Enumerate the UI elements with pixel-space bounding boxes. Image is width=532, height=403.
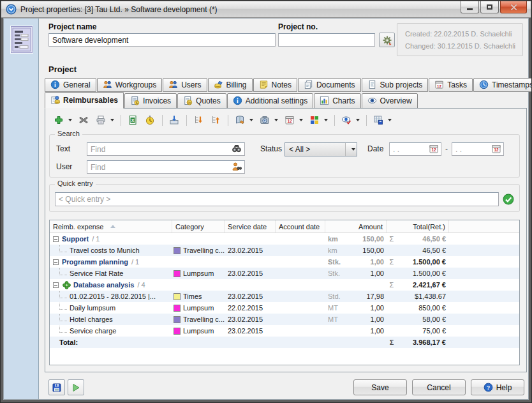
tab-workgroups[interactable]: Workgroups <box>97 78 162 92</box>
total-cell: 1.500,00 € <box>397 268 449 279</box>
tab-general[interactable]: General <box>45 78 96 92</box>
tab-invoices[interactable]: $Invoices <box>124 93 177 109</box>
column-header-service-date[interactable]: Service date <box>225 220 276 232</box>
add-button[interactable] <box>50 112 75 128</box>
user-search-icon[interactable] <box>232 162 242 172</box>
tab-quotes[interactable]: %Quotes <box>177 93 226 109</box>
total-value: 850,00 € <box>418 304 446 312</box>
tab-charts[interactable]: Charts <box>314 93 360 109</box>
tab-users[interactable]: Users <box>163 78 207 92</box>
archive-button[interactable] <box>232 112 256 128</box>
tab-timestamps[interactable]: Timestamps <box>473 78 532 92</box>
tab-notes[interactable]: Notes <box>253 78 297 92</box>
maximize-button[interactable] <box>480 1 499 13</box>
status-select[interactable]: < All > <box>284 142 357 156</box>
chevron-down-icon <box>356 119 360 121</box>
table-row[interactable]: Programm planning/ 1Stk.1,00Σ1.500,00 € <box>50 256 519 268</box>
table-row[interactable]: Service Flat RateLumpsum23.02.2015Stk.1,… <box>50 268 519 279</box>
svg-text:X: X <box>131 118 135 122</box>
text-search-input[interactable] <box>87 142 245 156</box>
expense-cell: Total: <box>50 337 172 348</box>
tab-reimbursables[interactable]: Reimbursables <box>45 92 124 109</box>
project-name-input[interactable] <box>48 33 276 47</box>
delete-button[interactable] <box>75 112 92 128</box>
table-row[interactable]: 01.02.2015 - 28.02.2015 |...Times23.02.2… <box>50 291 519 302</box>
page-icon <box>367 80 378 90</box>
total-value: 46,50 € <box>422 247 446 254</box>
collapse-expander[interactable] <box>53 282 59 288</box>
service-date-cell <box>225 233 276 245</box>
column-header-amount[interactable]: Amount <box>325 220 387 232</box>
collapse-all-button[interactable] <box>207 112 225 128</box>
unit-cell <box>325 337 346 348</box>
service-date-cell <box>225 279 276 291</box>
category-cell <box>172 233 225 245</box>
tab-documents[interactable]: Documents <box>298 78 361 92</box>
tab-tasks[interactable]: 12Tasks <box>429 78 473 92</box>
expense-cell: Service Flat Rate <box>50 268 172 279</box>
tab-overview[interactable]: Overview <box>362 93 418 109</box>
column-header-account-date[interactable]: Account date <box>276 220 325 232</box>
sigma-cell: Σ <box>387 279 397 291</box>
category-cell: Travelling c... <box>172 245 225 256</box>
column-header-category[interactable]: Category <box>172 220 225 232</box>
save-grid-layout-button[interactable] <box>370 112 395 128</box>
close-button[interactable] <box>500 1 527 13</box>
calendar-button[interactable]: 12 <box>281 112 306 128</box>
view-options-button[interactable] <box>338 112 363 128</box>
minimize-button[interactable] <box>461 1 479 13</box>
table-row[interactable]: Service chargeLumpsum23.02.20151,0075,00… <box>50 325 519 337</box>
tab-billing[interactable]: Billing <box>208 78 253 92</box>
calendar-icon[interactable]: 12 <box>491 144 502 155</box>
section-title: Project <box>48 65 77 74</box>
table-row[interactable]: Support/ 1km150,00Σ46,50 € <box>50 233 519 245</box>
category-color-swatch <box>174 270 181 277</box>
import-button[interactable] <box>166 112 183 128</box>
export-excel-button[interactable]: X <box>124 112 142 128</box>
stopwatch-button[interactable] <box>142 112 159 128</box>
category-cell: Travelling c... <box>172 314 225 325</box>
collapse-expander[interactable] <box>53 236 59 242</box>
chevron-down-icon <box>351 148 355 151</box>
changed-text: Changed: 30.12.2015 D. Schaelchli <box>405 40 522 52</box>
table-total-row[interactable]: Total:Σ3.968,17 € <box>50 337 519 348</box>
generate-number-button[interactable] <box>379 33 395 47</box>
table-row[interactable]: Daily lumpsumLumpsum22.02.2015MT1,00850,… <box>50 302 519 314</box>
user-search-input[interactable] <box>87 160 245 174</box>
help-button[interactable]: ?Help <box>471 379 524 395</box>
run-button[interactable] <box>68 379 84 395</box>
tab-label: Reimbursables <box>63 96 118 105</box>
unit-cell <box>325 279 346 291</box>
layout-button[interactable] <box>306 112 331 128</box>
calendar-icon[interactable]: 12 <box>429 144 440 155</box>
table-row[interactable]: Database analysis/ 4Σ2.421,67 € <box>50 279 519 291</box>
binoculars-icon[interactable] <box>232 144 242 155</box>
save-button[interactable]: Save <box>353 379 407 395</box>
category-cell: Lumpsum <box>172 268 225 279</box>
unit: MT <box>328 304 338 312</box>
chevron-down-icon <box>110 119 114 121</box>
confirm-check-icon[interactable] <box>503 194 514 205</box>
total-cell: 46,50 € <box>397 233 449 245</box>
expense-name: 01.02.2015 - 28.02.2015 |... <box>70 293 156 300</box>
table-row[interactable]: Travel costs to MunichTravelling c...23.… <box>50 245 519 256</box>
print-button[interactable] <box>92 112 117 128</box>
collapse-expander[interactable] <box>53 259 59 265</box>
combo-arrow-button[interactable] <box>345 143 357 156</box>
account-date-cell <box>276 337 325 348</box>
cancel-button[interactable]: Cancel <box>412 379 466 395</box>
project-no-input[interactable] <box>278 33 375 47</box>
expense-name: Service Flat Rate <box>70 270 123 277</box>
column-header-total[interactable]: Total(Ret.) <box>387 220 449 232</box>
table-row[interactable]: Hotel chargesTravelling c...23.02.2015MT… <box>50 314 519 325</box>
unit: Std. <box>328 293 341 300</box>
tab-sub-projects[interactable]: Sub projects <box>362 78 429 92</box>
column-header-expense[interactable]: Reimb. expense <box>50 220 172 232</box>
snapshot-button[interactable] <box>256 112 281 128</box>
tab-additional-settings[interactable]: Additional settings <box>227 93 313 109</box>
sigma-icon: Σ <box>390 258 394 266</box>
expand-all-button[interactable] <box>190 112 207 128</box>
quick-entry-input[interactable] <box>55 192 499 206</box>
titlebar[interactable]: Project properties: [3] Tau Ltd. » Softw… <box>1 1 531 18</box>
quick-save-button[interactable] <box>48 379 65 395</box>
